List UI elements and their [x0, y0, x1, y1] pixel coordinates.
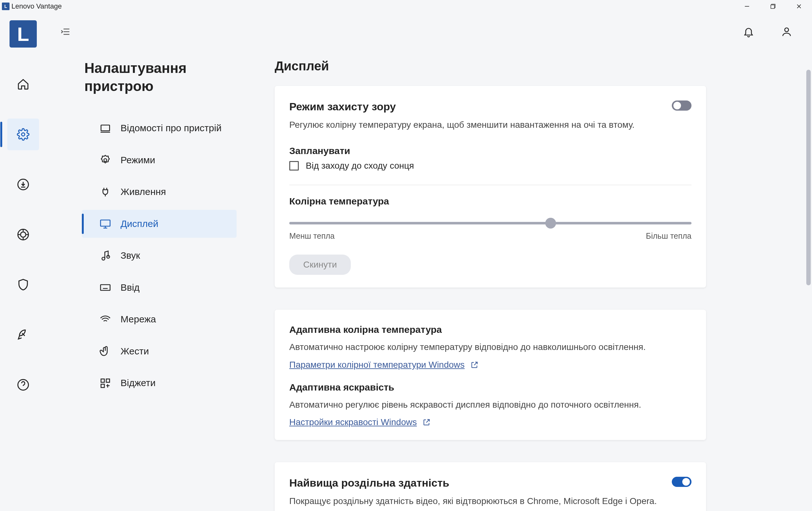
- sidebar-item-sound[interactable]: Звук: [82, 242, 237, 270]
- sidebar-item-label: Мережа: [120, 313, 156, 326]
- plug-icon: [99, 186, 111, 198]
- sidebar-item-device-info[interactable]: Відомості про пристрій: [82, 114, 237, 142]
- reset-button[interactable]: Скинути: [289, 254, 351, 275]
- checkbox-label: Від заходу до сходу сонця: [306, 161, 414, 171]
- scrollbar[interactable]: [806, 70, 811, 285]
- sidebar-item-widgets[interactable]: Віджети: [82, 369, 237, 397]
- topbar: [46, 13, 812, 51]
- checkbox-icon: [289, 161, 299, 171]
- svg-rect-18: [106, 379, 110, 382]
- svg-rect-17: [101, 379, 105, 382]
- settings-sidebar: Налаштування пристрою Відомості про прис…: [84, 51, 237, 511]
- logo[interactable]: L: [9, 20, 37, 48]
- svg-rect-16: [100, 285, 110, 290]
- adaptive-bright-desc: Автоматично регулює рівень яскравості ди…: [289, 398, 692, 412]
- sidebar-toggle[interactable]: [59, 25, 72, 38]
- resolution-toggle[interactable]: [672, 477, 692, 487]
- minimize-button[interactable]: [734, 0, 760, 13]
- monitor-icon: [99, 218, 111, 230]
- windows-color-temp-link[interactable]: Параметри колірної температури Windows: [289, 360, 478, 370]
- color-temp-title: Колірна температура: [289, 196, 692, 207]
- slider-thumb[interactable]: [545, 218, 556, 229]
- close-button[interactable]: [786, 0, 812, 13]
- keyboard-icon: [99, 282, 111, 293]
- widgets-icon: [99, 378, 111, 389]
- slider-min-label: Менш тепла: [289, 232, 335, 241]
- rail-download[interactable]: [7, 169, 39, 200]
- windows-brightness-link[interactable]: Настройки яскравості Windows: [289, 417, 431, 427]
- nav-rail: L: [0, 13, 46, 511]
- eye-care-title: Режим захисту зору: [289, 100, 672, 113]
- hand-icon: [99, 345, 111, 357]
- resolution-title: Найвища роздільна здатність: [289, 477, 672, 489]
- laptop-icon: [99, 123, 111, 134]
- sidebar-item-network[interactable]: Мережа: [82, 305, 237, 333]
- sidebar-item-label: Ввід: [120, 281, 140, 294]
- app-icon: L: [2, 3, 9, 10]
- music-icon: [99, 250, 111, 262]
- sidebar-item-power[interactable]: Живлення: [82, 178, 237, 206]
- resolution-card: Найвища роздільна здатність Покращує роз…: [275, 462, 706, 511]
- svg-rect-11: [101, 125, 110, 130]
- eye-care-desc: Регулює колірну температуру екрана, щоб …: [289, 118, 672, 131]
- external-link-icon: [423, 418, 431, 426]
- schedule-checkbox-row[interactable]: Від заходу до сходу сонця: [289, 161, 692, 171]
- color-temp-slider[interactable]: [289, 222, 692, 224]
- schedule-title: Запланувати: [289, 146, 692, 156]
- rail-help[interactable]: [7, 369, 39, 401]
- rail-settings[interactable]: [7, 119, 39, 150]
- maximize-button[interactable]: [760, 0, 786, 13]
- svg-rect-13: [100, 220, 110, 226]
- gear-badge-icon: [99, 154, 111, 166]
- divider: [289, 185, 692, 185]
- sidebar-item-label: Жести: [120, 345, 149, 358]
- rail-home[interactable]: [7, 68, 39, 100]
- sidebar-item-label: Дисплей: [120, 217, 158, 231]
- account-icon[interactable]: [780, 25, 793, 38]
- adaptive-temp-desc: Автоматично настроює колірну температуру…: [289, 340, 692, 354]
- content: Дисплей Режим захисту зору Регулює колір…: [237, 51, 731, 511]
- adaptive-card: Адаптивна колірна температура Автоматичн…: [275, 310, 706, 440]
- sidebar-item-input[interactable]: Ввід: [82, 274, 237, 302]
- sidebar-item-gestures[interactable]: Жести: [82, 337, 237, 365]
- sidebar-item-modes[interactable]: Режими: [82, 146, 237, 174]
- rail-security[interactable]: [7, 269, 39, 301]
- page-title: Дисплей: [275, 59, 706, 73]
- sidebar-item-label: Живлення: [120, 185, 166, 199]
- rail-performance[interactable]: [7, 319, 39, 351]
- sidebar-title: Налаштування пристрою: [84, 59, 237, 95]
- adaptive-temp-title: Адаптивна колірна температура: [289, 324, 692, 335]
- rail-target[interactable]: [7, 219, 39, 250]
- eye-care-card: Режим захисту зору Регулює колірну темпе…: [275, 86, 706, 288]
- adaptive-bright-title: Адаптивна яскравість: [289, 382, 692, 393]
- window-title: Lenovo Vantage: [11, 2, 62, 10]
- sidebar-item-label: Звук: [120, 249, 140, 262]
- svg-point-8: [21, 232, 26, 237]
- notifications-icon[interactable]: [742, 25, 755, 38]
- resolution-desc: Покращує роздільну здатність відео, які …: [289, 494, 672, 508]
- svg-point-10: [785, 28, 788, 32]
- external-link-icon: [470, 361, 478, 369]
- sidebar-item-display[interactable]: Дисплей: [82, 210, 237, 238]
- svg-point-5: [22, 133, 25, 136]
- sidebar-item-label: Відомості про пристрій: [120, 122, 222, 135]
- titlebar: L Lenovo Vantage: [0, 0, 812, 13]
- slider-max-label: Більш тепла: [646, 232, 692, 241]
- sidebar-item-label: Віджети: [120, 377, 155, 390]
- svg-rect-2: [771, 5, 774, 8]
- sidebar-item-label: Режими: [120, 154, 155, 167]
- svg-point-14: [102, 257, 105, 260]
- svg-point-12: [104, 159, 107, 162]
- wifi-icon: [99, 314, 111, 325]
- svg-rect-19: [101, 384, 105, 388]
- eye-care-toggle[interactable]: [672, 100, 692, 111]
